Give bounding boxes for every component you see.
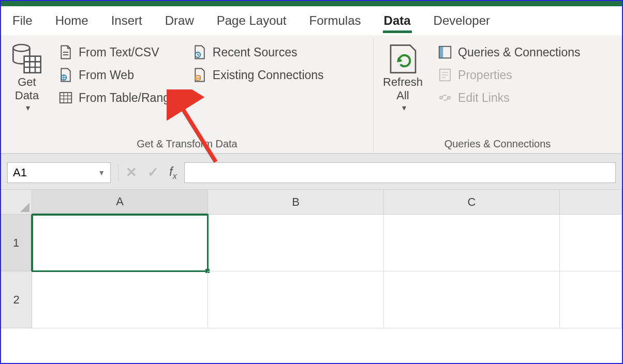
- cell-b2[interactable]: [208, 271, 384, 328]
- svg-rect-17: [439, 47, 443, 58]
- text-file-icon: [58, 44, 73, 60]
- svg-point-23: [448, 97, 450, 99]
- chevron-down-icon: ▾: [402, 103, 406, 113]
- svg-point-15: [195, 75, 200, 78]
- table-icon: [58, 90, 73, 105]
- formula-bar: A1 ▼ ✕ ✓ fx: [1, 154, 622, 190]
- tab-data[interactable]: Data: [383, 10, 412, 35]
- pane-icon: [437, 44, 453, 60]
- recent-sources-label: Recent Sources: [213, 46, 298, 59]
- existing-connections-button[interactable]: Existing Connections: [189, 66, 327, 84]
- tab-page-layout[interactable]: Page Layout: [216, 10, 288, 35]
- enter-icon: ✓: [147, 164, 159, 180]
- database-grid-icon: [10, 42, 43, 75]
- column-header-a[interactable]: A: [32, 190, 208, 215]
- row-header-2[interactable]: 2: [1, 271, 32, 328]
- svg-rect-1: [24, 56, 41, 73]
- title-bar: [1, 1, 622, 6]
- connections-file-icon: [192, 67, 207, 83]
- column-header-d[interactable]: [560, 190, 622, 215]
- from-web-label: From Web: [79, 68, 134, 82]
- cell-c2[interactable]: [384, 271, 560, 328]
- web-file-icon: [58, 67, 73, 83]
- cell-d1[interactable]: [560, 215, 622, 271]
- ribbon: Get Data ▾ From Text/CSV From Web From T…: [1, 35, 622, 154]
- get-data-button[interactable]: Get Data ▾: [8, 40, 46, 115]
- formula-input[interactable]: [184, 162, 616, 183]
- ribbon-group-get-transform: Get Data ▾ From Text/CSV From Web From T…: [1, 38, 374, 153]
- from-table-range-button[interactable]: From Table/Range: [55, 89, 180, 107]
- row-header-1[interactable]: 1: [1, 215, 32, 271]
- column-header-c[interactable]: C: [384, 190, 560, 215]
- tab-file[interactable]: File: [11, 10, 34, 35]
- from-text-csv-button[interactable]: From Text/CSV: [55, 43, 180, 61]
- edit-links-button: Edit Links: [434, 89, 584, 107]
- svg-point-22: [440, 97, 442, 99]
- tab-formulas[interactable]: Formulas: [308, 10, 362, 35]
- queries-connections-button[interactable]: Queries & Connections: [434, 43, 584, 61]
- chevron-down-icon: ▾: [26, 103, 30, 113]
- ribbon-group-queries-connections: Refresh All ▾ Queries & Connections Prop…: [374, 38, 622, 153]
- column-header-b[interactable]: B: [208, 190, 384, 215]
- properties-icon: [437, 67, 453, 83]
- tab-draw[interactable]: Draw: [164, 10, 195, 35]
- svg-rect-9: [60, 93, 72, 103]
- edit-links-label: Edit Links: [458, 91, 510, 105]
- separator: [118, 165, 118, 180]
- insert-function-button[interactable]: fx: [169, 164, 177, 181]
- recent-sources-button[interactable]: Recent Sources: [189, 43, 327, 61]
- ribbon-tabs: File Home Insert Draw Page Layout Formul…: [1, 6, 622, 35]
- tab-insert[interactable]: Insert: [110, 10, 143, 35]
- properties-label: Properties: [458, 68, 512, 82]
- svg-point-0: [13, 44, 29, 51]
- existing-connections-label: Existing Connections: [213, 68, 324, 82]
- get-data-label: Get Data: [15, 75, 39, 103]
- group-label-get-transform: Get & Transform Data: [8, 135, 366, 151]
- name-box-value: A1: [13, 166, 27, 179]
- cell-c1[interactable]: [384, 215, 560, 271]
- dropdown-icon[interactable]: ▼: [98, 169, 105, 177]
- group-label-queries-connections: Queries & Connections: [381, 135, 614, 151]
- recent-file-icon: [192, 44, 207, 60]
- from-text-csv-label: From Text/CSV: [79, 46, 159, 59]
- refresh-all-button[interactable]: Refresh All ▾: [381, 40, 425, 115]
- from-web-button[interactable]: From Web: [55, 66, 180, 84]
- queries-connections-label: Queries & Connections: [458, 46, 581, 59]
- tab-developer[interactable]: Developer: [433, 10, 491, 35]
- name-box[interactable]: A1 ▼: [7, 162, 111, 183]
- tab-home[interactable]: Home: [54, 10, 90, 35]
- worksheet-grid[interactable]: A B C 1 2: [1, 190, 622, 328]
- cell-b1[interactable]: [208, 215, 384, 271]
- cancel-icon: ✕: [126, 164, 137, 180]
- cell-d2[interactable]: [560, 271, 622, 328]
- properties-button: Properties: [434, 66, 584, 84]
- refresh-icon: [387, 42, 420, 75]
- cell-a1[interactable]: [32, 215, 208, 271]
- from-table-range-label: From Table/Range: [79, 91, 176, 105]
- select-all-corner[interactable]: [1, 190, 32, 215]
- refresh-all-label: Refresh All: [383, 75, 423, 103]
- cell-a2[interactable]: [32, 271, 208, 328]
- edit-links-icon: [437, 90, 453, 105]
